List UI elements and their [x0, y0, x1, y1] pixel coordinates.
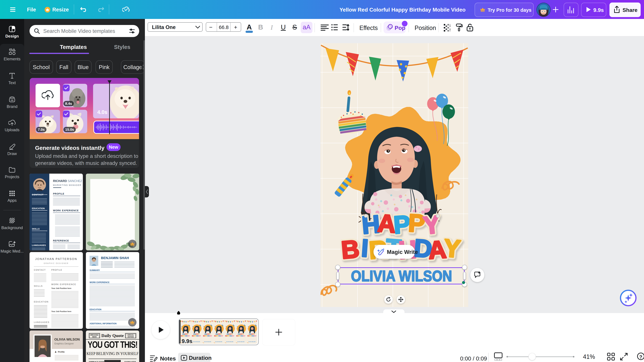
- svg-text:I: I: [360, 234, 369, 262]
- svg-text:Y: Y: [442, 234, 462, 263]
- svg-text:B: B: [340, 235, 360, 264]
- svg-text:co: co: [11, 99, 14, 101]
